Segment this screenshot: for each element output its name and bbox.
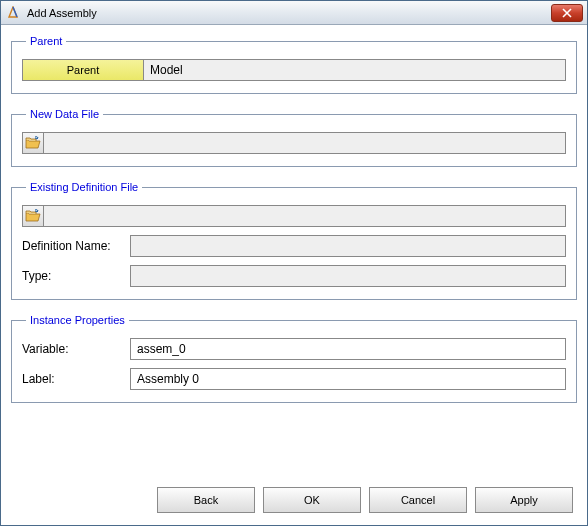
type-label: Type: [22,269,130,283]
folder-open-icon [25,135,41,151]
close-icon [562,8,572,18]
definition-name-label: Definition Name: [22,239,130,253]
variable-label: Variable: [22,342,130,356]
cancel-button[interactable]: Cancel [369,487,467,513]
app-icon [5,5,21,21]
apply-button[interactable]: Apply [475,487,573,513]
instance-properties-group: Instance Properties Variable: Label: [11,314,577,403]
parent-legend: Parent [26,35,66,47]
back-button[interactable]: Back [157,487,255,513]
variable-input[interactable] [130,338,566,360]
label-label: Label: [22,372,130,386]
existing-file-browse-button[interactable] [22,205,44,227]
new-data-file-legend: New Data File [26,108,103,120]
add-assembly-dialog: Add Assembly Parent Parent Model New Dat… [0,0,588,526]
new-file-path [44,132,566,154]
existing-definition-group: Existing Definition File Definition Name… [11,181,577,300]
ok-button[interactable]: OK [263,487,361,513]
folder-open-icon [25,208,41,224]
dialog-buttons: Back OK Cancel Apply [15,487,573,513]
instance-properties-legend: Instance Properties [26,314,129,326]
window-title: Add Assembly [27,7,97,19]
parent-group: Parent Parent Model [11,35,577,94]
parent-value: Model [144,59,566,81]
dialog-content: Parent Parent Model New Data File [1,25,587,403]
close-button[interactable] [551,4,583,22]
new-file-browse-button[interactable] [22,132,44,154]
type-value [130,265,566,287]
existing-file-path [44,205,566,227]
parent-picker-button[interactable]: Parent [22,59,144,81]
label-input[interactable] [130,368,566,390]
titlebar: Add Assembly [1,1,587,25]
definition-name-value [130,235,566,257]
new-data-file-group: New Data File [11,108,577,167]
existing-definition-legend: Existing Definition File [26,181,142,193]
